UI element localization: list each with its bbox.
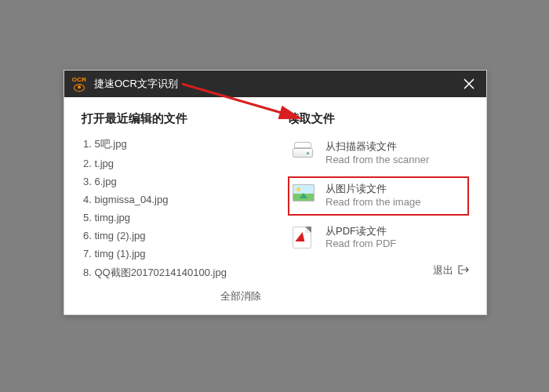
image-icon (293, 184, 314, 206)
recent-file-name: 5吧.jpg (94, 138, 126, 150)
read-option-pdf[interactable]: 从PDF读文件Read from PDF (288, 219, 469, 258)
read-file-heading: 读取文件 (288, 111, 469, 126)
scanner-icon (293, 142, 314, 164)
read-option-image[interactable]: 从图片读文件Read from the image (288, 176, 469, 216)
recent-file-index: 8. (83, 267, 94, 278)
exit-icon (458, 264, 469, 277)
recent-file-name: timg (1).jpg (94, 248, 145, 260)
recent-file-name: t.jpg (94, 158, 114, 169)
recent-file-name: timg (2).jpg (94, 230, 145, 241)
close-icon (464, 78, 474, 89)
recent-file-item[interactable]: 1. 5吧.jpg (82, 134, 266, 154)
pdf-icon (293, 227, 314, 249)
recent-file-item[interactable]: 3. 6.jpg (82, 172, 266, 191)
read-option-label-cn: 从图片读文件 (325, 183, 420, 196)
recent-file-index: 5. (83, 212, 94, 223)
close-button[interactable] (458, 73, 480, 95)
recent-file-name: 6.jpg (94, 176, 116, 187)
dialog-body: 打开最近编辑的文件 1. 5吧.jpg2. t.jpg3. 6.jpg4. bi… (64, 97, 486, 314)
recent-files-list: 1. 5吧.jpg2. t.jpg3. 6.jpg4. bigmissa_04.… (82, 134, 266, 283)
recent-files-heading: 打开最近编辑的文件 (82, 111, 266, 126)
logo-text: OCR (72, 77, 87, 83)
recent-file-index: 2. (83, 158, 94, 169)
read-option-text: 从扫描器读文件Read from the scanner (325, 140, 429, 167)
recent-file-index: 3. (83, 176, 94, 187)
read-option-label-cn: 从PDF读文件 (325, 225, 396, 238)
recent-file-item[interactable]: 7. timg (1).jpg (82, 245, 266, 263)
read-option-scanner[interactable]: 从扫描器读文件Read from the scanner (288, 134, 469, 173)
recent-file-item[interactable]: 2. t.jpg (82, 154, 266, 172)
read-option-label-cn: 从扫描器读文件 (325, 140, 429, 154)
read-options-list: 从扫描器读文件Read from the scanner从图片读文件Read f… (288, 134, 469, 257)
titlebar: OCR 捷速OCR文字识别 (64, 71, 486, 97)
eye-icon (74, 84, 85, 92)
recent-file-name: QQ截图20170214140100.jpg (94, 267, 226, 278)
read-option-label-en: Read from the image (325, 196, 420, 209)
clear-all-link[interactable]: 全部消除 (220, 289, 261, 303)
recent-file-name: bigmissa_04.jpg (94, 194, 168, 205)
read-file-column: 读取文件 从扫描器读文件Read from the scanner从图片读文件R… (266, 111, 469, 303)
recent-file-name: timg.jpg (94, 212, 130, 223)
recent-files-column: 打开最近编辑的文件 1. 5吧.jpg2. t.jpg3. 6.jpg4. bi… (82, 111, 266, 303)
read-option-text: 从PDF读文件Read from PDF (325, 225, 396, 252)
app-logo: OCR (71, 75, 88, 93)
recent-file-index: 6. (83, 230, 94, 241)
recent-file-index: 7. (83, 248, 94, 260)
ocr-start-dialog: OCR 捷速OCR文字识别 打开最近编辑的文件 1. 5吧.jpg2. t.jp… (64, 70, 487, 315)
read-option-label-en: Read from PDF (325, 238, 396, 251)
read-option-label-en: Read from the scanner (325, 154, 429, 167)
read-option-text: 从图片读文件Read from the image (325, 183, 420, 209)
recent-file-item[interactable]: 5. timg.jpg (82, 209, 266, 227)
exit-link[interactable]: 退出 (433, 263, 453, 278)
recent-file-index: 1. (83, 138, 94, 150)
recent-file-item[interactable]: 8. QQ截图20170214140100.jpg (82, 263, 266, 283)
recent-file-index: 4. (83, 194, 94, 205)
recent-file-item[interactable]: 4. bigmissa_04.jpg (82, 191, 266, 209)
recent-file-item[interactable]: 6. timg (2).jpg (82, 227, 266, 245)
window-title: 捷速OCR文字识别 (94, 77, 458, 91)
